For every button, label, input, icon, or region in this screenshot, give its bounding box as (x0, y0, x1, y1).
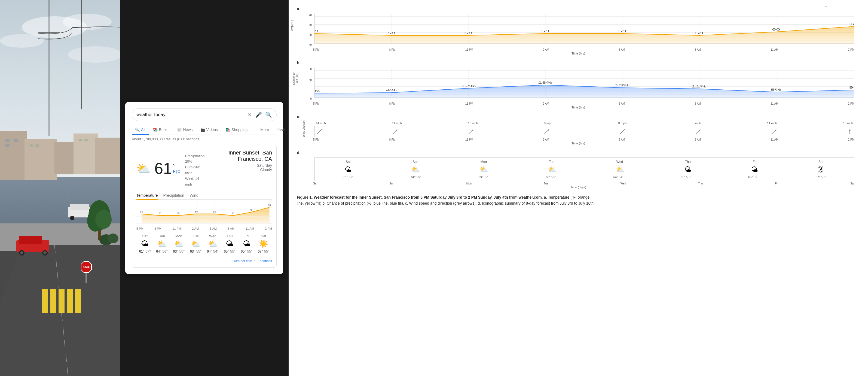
tab-tools[interactable]: Tools (273, 125, 289, 134)
svg-text:18%: 18% (538, 81, 553, 84)
weather-cloud-icon: ⛅ (136, 162, 151, 175)
chart-b-label: b. (297, 60, 301, 65)
chart-b-time-labels: 5 PM8 PM11 PM2 AM 5 AM8 AM11 AM2 PM (313, 102, 855, 105)
svg-rect-15 (5, 139, 9, 142)
wind-arrow-4 (544, 128, 550, 135)
wind-speeds: 14 mph11 mph10 mph8 mph 8 mph8 mph11 mph… (314, 121, 855, 125)
search-section: weather today ✕ 🎤 🔍 🔍 All 📚 Books 📰 News (120, 0, 289, 376)
svg-point-44 (95, 210, 112, 229)
figure-caption-bold: Figure 1. Weather forecast for the Inner… (297, 195, 543, 199)
wind-arrow-7 (771, 128, 777, 135)
svg-text:11%: 11% (692, 85, 707, 88)
forecast-sun: Sun ⛅ 64° 56° (153, 234, 170, 253)
svg-text:13%: 13% (615, 84, 630, 87)
svg-text:5%: 5% (771, 88, 781, 91)
tab-books[interactable]: 📚 Books (150, 125, 173, 135)
weather-location-block: Inner Sunset, San Francisco, CA Saturday… (206, 150, 272, 172)
svg-text:9%: 9% (849, 86, 855, 89)
chart-a-label: a. (297, 6, 300, 11)
svg-text:4%: 4% (386, 89, 397, 92)
wind-arrow-3 (468, 128, 474, 135)
wind-arrow-6 (695, 128, 701, 135)
videos-icon: 🎬 (200, 127, 205, 132)
chart-d-temps: 61° 57° 64° 56° 63° 55° 63° 55° 64° 54° … (315, 175, 855, 179)
svg-rect-12 (55, 142, 76, 174)
mic-icon[interactable]: 🎤 (255, 111, 262, 118)
wind-arrow-1 (316, 128, 323, 135)
chart-a-x-title: Time (hrs) (297, 52, 860, 55)
chart-c-label: c. (297, 114, 300, 119)
chart-d-icons: 🌤⛅⛅⛅ ⛅🌤🌤🌫 (315, 165, 855, 174)
svg-rect-19 (35, 144, 39, 147)
weather-sub-tabs: Temperature Precipitation Wind (136, 192, 272, 200)
tab-temperature[interactable]: Temperature (136, 192, 158, 200)
svg-text:63: 63 (850, 22, 855, 26)
svg-text:59: 59 (314, 29, 318, 33)
search-bar[interactable]: weather today ✕ 🎤 🔍 (132, 109, 277, 121)
svg-text:58: 58 (387, 31, 395, 35)
svg-rect-32 (19, 236, 42, 244)
chart-d-time-labels: SatSunMonTue WedThuFriSat (313, 182, 855, 185)
chart-c-time-labels: 5 PM8 PM11 PM2 AM 5 AM8 AM11 AM2 PM (313, 138, 855, 141)
weather-source-link[interactable]: weather.com (234, 259, 252, 263)
chart-a-svg: 59 58 58 59 59 58 60 63 (314, 13, 855, 46)
chart-a-ylabel: Temp (°F) (290, 20, 293, 32)
chart-b: b. 50 30 0 Chance ofrain (%) (297, 60, 860, 109)
svg-text:59: 59 (541, 29, 550, 33)
svg-rect-14 (95, 138, 120, 174)
chart-c-ylabel: Wind direction (302, 118, 305, 140)
tab-shopping[interactable]: 🛍️ Shopping (222, 125, 251, 135)
chart-c-x-title: Time (hrs) (297, 142, 860, 145)
unit-celsius[interactable]: C (178, 169, 180, 174)
chart-c: c. Wind direction 14 mph11 mph10 mph8 mp… (297, 114, 860, 145)
chart-b-x-title: Time (hrs) (297, 106, 860, 109)
svg-rect-18 (30, 144, 33, 147)
weather-day: Saturday (206, 163, 272, 168)
svg-rect-38 (70, 204, 89, 210)
tab-videos[interactable]: 🎬 Videos (197, 125, 221, 135)
forecast-sat2: Sat ☀️ 67° 55° (255, 234, 272, 253)
tab-more[interactable]: ⋮ More (252, 125, 272, 135)
forecast-sat: Sat 🌤 61° 57° (136, 234, 153, 253)
svg-text:60: 60 (772, 28, 780, 31)
tab-all[interactable]: 🔍 All (132, 125, 149, 135)
unit-fahrenheit[interactable]: F (173, 169, 176, 174)
svg-marker-128 (849, 129, 851, 131)
forecast-thu: Thu 🌤 65° 55° (221, 234, 238, 253)
svg-rect-27 (50, 289, 56, 313)
chart-d-label: d. (297, 150, 301, 155)
wind-arrow-8 (846, 128, 853, 135)
svg-rect-10 (0, 131, 27, 180)
temperature-chart: 59 58 58 59 59 58 60 63 (136, 203, 272, 225)
svg-text:3%: 3% (314, 89, 320, 92)
svg-text:12%: 12% (461, 84, 476, 87)
feedback-link[interactable]: Feedback (257, 259, 272, 263)
books-icon: 📚 (153, 127, 158, 132)
wind-arrow-2 (392, 128, 398, 135)
shopping-icon: 🛍️ (225, 127, 230, 132)
arrow-annotation: ↓ (825, 3, 827, 8)
svg-text:59: 59 (140, 210, 143, 213)
tab-precipitation[interactable]: Precipitation (163, 192, 184, 200)
svg-point-34 (20, 251, 23, 255)
tab-wind[interactable]: Wind (190, 192, 198, 200)
forecast-fri: Fri 🌤 65° 55° (238, 234, 255, 253)
tab-news[interactable]: 📰 News (174, 125, 196, 135)
forecast-mon: Mon ⛅ 63° 55° (170, 234, 187, 253)
wind-arrows (314, 126, 855, 137)
wind-arrow-5 (619, 128, 626, 135)
clear-icon[interactable]: ✕ (248, 112, 252, 118)
street-photo: STOP (0, 0, 120, 376)
search-submit-icon[interactable]: 🔍 (265, 111, 272, 118)
all-icon: 🔍 (135, 127, 140, 132)
forecast-wed: Wed ⛅ 64° 54° (204, 234, 221, 253)
svg-rect-29 (67, 289, 73, 313)
svg-point-3 (0, 34, 43, 48)
figure-caption: Figure 1. Weather forecast for the Inner… (297, 194, 596, 206)
svg-text:58: 58 (464, 31, 472, 35)
charts-section: ↓ a. 70 60 50 40 Temp (°F) (289, 0, 868, 376)
svg-rect-11 (25, 139, 57, 180)
weather-footer: weather.com • Feedback (136, 257, 272, 263)
chart-b-ylabel: Chance ofrain (%) (292, 65, 299, 92)
svg-point-46 (107, 233, 118, 243)
